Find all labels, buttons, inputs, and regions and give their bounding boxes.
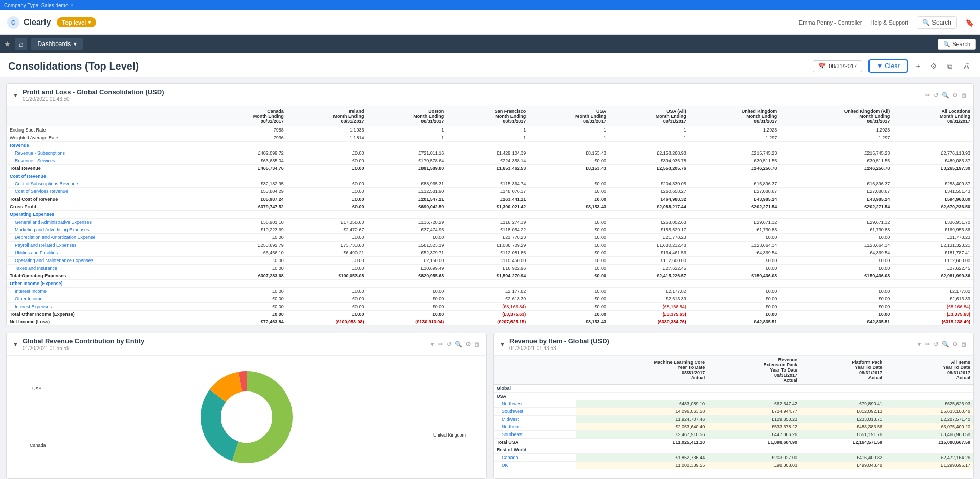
top-level-badge[interactable]: Top level ▾ (57, 17, 96, 27)
table-row: Total Revenue£465,734.76£0.00£891,589.80… (7, 165, 973, 172)
table-row: Ending Spot Rate79581.193311111.29231.29… (7, 126, 973, 134)
nav-search-icon: 🔍 (943, 41, 950, 48)
list-item: Northwest£483,089.10£62,647.42£79,890.41… (494, 400, 973, 408)
revenue-contribution-header: ▼ Global Revenue Contribution by Entity … (7, 333, 486, 356)
nav-bar: ★ ⌂ Dashboards ▾ 🔍 Search (0, 35, 980, 53)
config-icon-2[interactable]: ⚙ (465, 341, 471, 348)
list-item: Global (494, 385, 973, 393)
table-row: Other Income£0.00£0.00£0.00£2,613.39£0.0… (7, 295, 973, 303)
nav-search-area[interactable]: 🔍 Search (938, 39, 976, 50)
table-row: Total Operating Expenses£307,283.68£100,… (7, 272, 973, 280)
filter-icon-3[interactable]: ▼ (916, 341, 922, 348)
col-label (7, 106, 207, 126)
table-row: Cost of Services Revenue£53,804.29£0.00£… (7, 188, 973, 195)
profit-loss-subtitle: 01/20/2021 01:43:50 (23, 96, 164, 102)
date-filter[interactable]: 📅 08/31/2017 (813, 60, 862, 72)
delete-icon-3[interactable]: 🗑 (961, 341, 967, 348)
page-title: Consolidations (Top Level) (8, 60, 807, 72)
list-item: USA (494, 393, 973, 400)
revenue-by-item-toggle[interactable]: ▼ (500, 341, 505, 347)
nav-home-icon[interactable]: ⌂ (15, 38, 27, 50)
revenue-by-item-table: Machine Learning CoreYear To Date08/31/2… (494, 356, 973, 469)
table-row: General and Administrative Expenses£36,9… (7, 219, 973, 226)
table-row: Total Cost of Revenue£85,987.24£0.00£201… (7, 195, 973, 203)
refresh-icon-3[interactable]: ↺ (933, 341, 939, 348)
table-row: Cost of Revenue (7, 172, 973, 180)
rev-col-ext: RevenueExtension PackYear To Date08/31/2… (708, 356, 800, 385)
filter-icon: ▼ (877, 62, 883, 70)
revenue-contribution-actions: ▼ ✏ ↺ 🔍 ⚙ 🗑 (429, 341, 480, 348)
nav-right: 🔍 Search (938, 39, 976, 50)
table-row: Total Other Income (Expense)£0.00£0.00£0… (7, 311, 973, 318)
list-item: Canada£1,852,736.44£203,027.00£416,400.8… (494, 454, 973, 462)
list-item: Rest of World (494, 446, 973, 454)
col-usa: USAMonth Ending08/31/2017 (529, 106, 609, 126)
company-bar-close[interactable]: × (70, 3, 73, 8)
config-icon[interactable]: ⚙ (952, 92, 958, 99)
table-row: Weighted Average Rate79361.181411111.297… (7, 134, 973, 142)
revenue-by-item-widget: ▼ Revenue by Item - Global (USD) 01/20/2… (493, 333, 974, 479)
col-uk-all: United Kingdom (All)Month Ending08/31/20… (780, 106, 893, 126)
nav-dashboards-button[interactable]: Dashboards ▾ (31, 38, 83, 50)
list-item: Southeast£2,467,910.56£447,866.26£551,19… (494, 431, 973, 439)
company-bar-label: Company Type: Sales demo (4, 3, 68, 8)
col-canada: CanadaMonth Ending08/31/2017 (207, 106, 287, 126)
rev-col-label (494, 356, 576, 385)
table-row: Revenue - Subscriptions£402,099.72£0.00£… (7, 149, 973, 157)
help-label[interactable]: Help & Support (870, 19, 908, 26)
header-right: Emma Penny - Controller Help & Support 🔍… (799, 16, 974, 29)
zoom-icon-2[interactable]: 🔍 (455, 341, 462, 348)
rev-col-plat: Platform PackYear To Date08/31/2017Actua… (800, 356, 885, 385)
table-row: Gross Profit£379,747.52£0.00£690,042.59£… (7, 203, 973, 211)
copy-icon[interactable]: ⧉ (945, 61, 954, 72)
table-row: Interest Income£0.00£0.00£0.00£2,177.82£… (7, 288, 973, 295)
table-row: Payroll and Related Expenses£253,692.79£… (7, 242, 973, 249)
add-button[interactable]: + (914, 61, 922, 71)
donut-label-usa: USA (32, 386, 42, 391)
delete-icon-2[interactable]: 🗑 (474, 341, 480, 348)
filter-icon-2[interactable]: ▼ (429, 341, 435, 348)
rev-col-mlc: Machine Learning CoreYear To Date08/31/2… (576, 356, 708, 385)
revenue-contribution-toggle[interactable]: ▼ (13, 341, 18, 347)
table-row: Revenue - Services£63,635.04£0.00£170,57… (7, 157, 973, 165)
list-item: Northeast£2,053,640.40£533,378.22£488,38… (494, 423, 973, 431)
zoom-icon[interactable]: 🔍 (942, 92, 949, 99)
table-row: Taxes and Insurance£0.00£0.00£10,699.49£… (7, 265, 973, 272)
refresh-icon-2[interactable]: ↺ (447, 341, 452, 348)
list-item: UK£1,002,339.55£98,303.03£499,043.48£1,2… (494, 462, 973, 469)
profit-loss-widget: ▼ Profit and Loss - Global Consolidation… (6, 83, 974, 326)
bookmark-icon[interactable]: 🔖 (965, 18, 974, 27)
edit-icon[interactable]: ✏ (925, 92, 930, 99)
edit-icon-2[interactable]: ✏ (438, 341, 443, 348)
app-header: C Clearly Top level ▾ Emma Penny - Contr… (0, 10, 980, 35)
nav-star-icon[interactable]: ★ (4, 40, 11, 48)
search-icon: 🔍 (922, 19, 930, 26)
table-row: Cost of Subscriptions Revenue£32,182.95£… (7, 180, 973, 188)
header-search-button[interactable]: 🔍 Search (917, 16, 957, 29)
table-row: Other Income (Expense) (7, 280, 973, 288)
settings-icon[interactable]: ⚙ (928, 61, 939, 71)
app-logo-icon: C (6, 15, 20, 30)
delete-icon[interactable]: 🗑 (961, 92, 967, 99)
profit-loss-toggle[interactable]: ▼ (13, 92, 18, 98)
revenue-by-item-title: Revenue by Item - Global (USD) (509, 337, 609, 345)
revenue-contribution-subtitle: 01/20/2021 01:55:59 (23, 345, 144, 351)
print-icon[interactable]: 🖨 (961, 61, 972, 71)
edit-icon-3[interactable]: ✏ (925, 341, 930, 348)
donut-label-canada: Canada (30, 443, 46, 448)
profit-loss-title: Profit and Loss - Global Consolidation (… (23, 88, 164, 96)
table-row: Utilities and Facilities£6,466.10£6,490.… (7, 249, 973, 257)
col-usa-all: USA (All)Month Ending08/31/2017 (609, 106, 689, 126)
user-label: Emma Penny - Controller (799, 19, 862, 26)
clear-button[interactable]: ▼ Clear (868, 59, 908, 73)
col-sf: San FranciscoMonth Ending08/31/2017 (447, 106, 529, 126)
zoom-icon-3[interactable]: 🔍 (942, 341, 949, 348)
col-uk: United KingdomMonth Ending08/31/2017 (689, 106, 780, 126)
table-row: Operating and Maintenance Expenses£0.00£… (7, 257, 973, 265)
table-row: Net Income (Loss)£72,463.84(£100,053.08)… (7, 318, 973, 326)
profit-loss-actions: ✏ ↺ 🔍 ⚙ 🗑 (925, 92, 967, 99)
company-bar: Company Type: Sales demo × (0, 0, 980, 10)
app-name: Clearly (24, 18, 51, 27)
config-icon-3[interactable]: ⚙ (952, 341, 958, 348)
refresh-icon[interactable]: ↺ (933, 92, 939, 99)
